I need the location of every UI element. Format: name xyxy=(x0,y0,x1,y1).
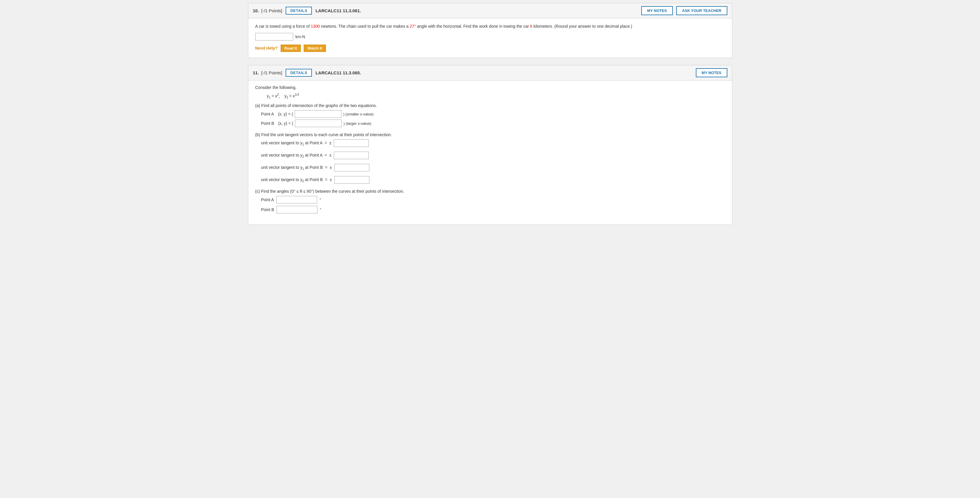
q11-details-button[interactable]: DETAILS xyxy=(286,69,312,77)
q11-tangent-y2-b-row: unit vector tangent to y2 at Point B = ± xyxy=(261,176,725,184)
q10-unit-label: km-N xyxy=(296,35,305,39)
q11-degree-b: ° xyxy=(320,207,321,212)
q11-part-c: (c) Find the angles (0° ≤ θ ≤ 90°) betwe… xyxy=(255,189,725,213)
q10-distance-value: 6 xyxy=(530,24,533,29)
q11-angle-point-a-label: Point A xyxy=(261,197,274,202)
q11-point-a-label: Point A xyxy=(261,112,274,116)
q10-points-label: [-/1 Points] xyxy=(261,8,282,13)
q11-point-b-row: Point B (x, y) = ( ) (larger x-value) xyxy=(261,119,725,127)
q10-problem-text: A car is towed using a force of 1300 new… xyxy=(255,23,725,30)
q11-angle-b-row: Point B ° xyxy=(261,206,725,213)
q11-math-y2: y2 = x1/3 xyxy=(285,94,299,98)
q11-angle-point-b-label: Point B xyxy=(261,207,274,212)
q10-number: 10. [-/1 Points] xyxy=(253,8,282,13)
q11-point-a-note: ) (smaller x-value) xyxy=(343,112,374,116)
q10-details-button[interactable]: DETAILS xyxy=(286,7,312,14)
question-10-block: 10. [-/1 Points] DETAILS LARCALC11 11.3.… xyxy=(248,3,732,58)
q11-tangent-y1-b-label: unit vector tangent to y1 at Point B = ± xyxy=(261,165,332,171)
q11-tangent-y1-a-label: unit vector tangent to y1 at Point A = ± xyxy=(261,141,332,146)
question-11-body: Consider the following. y1 = x2, y2 = x1… xyxy=(248,81,732,225)
q11-tangent-y1-b-input[interactable] xyxy=(334,164,369,171)
q11-point-b-label: Point B xyxy=(261,121,274,126)
q11-point-b-input[interactable] xyxy=(295,119,342,127)
q11-tangent-y2-a-label: unit vector tangent to y2 at Point A = ± xyxy=(261,153,332,158)
q10-read-it-button[interactable]: Read It xyxy=(281,44,301,52)
q11-point-a-input[interactable] xyxy=(295,110,341,118)
q11-part-b-label: (b) Find the unit tangent vectors to eac… xyxy=(255,132,725,137)
q10-text-1: A car is towed using a force of xyxy=(255,24,311,29)
question-10-header: 10. [-/1 Points] DETAILS LARCALC11 11.3.… xyxy=(248,3,732,18)
q11-angle-b-input[interactable] xyxy=(277,206,317,213)
q11-angle-a-row: Point A ° xyxy=(261,196,725,203)
q11-math-line: y1 = x2, y2 = x1/3 xyxy=(267,93,725,99)
q10-need-help: Need Help? Read It Watch It xyxy=(255,44,725,52)
q11-tangent-y2-b-input[interactable] xyxy=(334,176,369,184)
q10-angle-value: 27° xyxy=(410,24,416,29)
question-11-block: 11. [-/1 Points] DETAILS LARCALC11 11.3.… xyxy=(248,65,732,225)
question-10-body: A car is towed using a force of 1300 new… xyxy=(248,18,732,58)
page-wrapper: 10. [-/1 Points] DETAILS LARCALC11 11.3.… xyxy=(245,0,735,235)
q11-num-label: 11. xyxy=(253,70,259,75)
q10-num-label: 10. xyxy=(253,8,259,13)
q11-point-b-coords: (x, y) = ( xyxy=(276,121,293,126)
q11-tangent-y1-a-row: unit vector tangent to y1 at Point A = ± xyxy=(261,140,725,147)
q10-watch-it-button[interactable]: Watch It xyxy=(304,44,326,52)
q10-answer-input[interactable] xyxy=(255,33,293,41)
q10-my-notes-button[interactable]: MY NOTES xyxy=(641,6,673,15)
q11-angle-a-input[interactable] xyxy=(276,196,317,203)
q11-tangent-y2-a-row: unit vector tangent to y2 at Point A = ± xyxy=(261,152,725,159)
q11-my-notes-button[interactable]: MY NOTES xyxy=(696,68,727,77)
q10-force-value: 1300 xyxy=(311,24,320,29)
q11-part-a: (a) Find all points of intersection of t… xyxy=(255,103,725,127)
q11-question-id: LARCALC11 11.3.065. xyxy=(315,70,361,75)
q11-part-c-label: (c) Find the angles (0° ≤ θ ≤ 90°) betwe… xyxy=(255,189,725,193)
q11-tangent-y2-b-label: unit vector tangent to y2 at Point B = ± xyxy=(261,177,332,183)
q11-consider-text: Consider the following. xyxy=(255,85,725,90)
q11-point-a-row: Point A (x, y) = ( ) (smaller x-value) xyxy=(261,110,725,118)
q10-text-2: newtons. The chain used to pull the car … xyxy=(320,24,410,29)
q11-point-a-coords: (x, y) = ( xyxy=(276,112,293,116)
question-11-header: 11. [-/1 Points] DETAILS LARCALC11 11.3.… xyxy=(248,65,732,81)
q11-math-y1: y1 = x2 xyxy=(267,94,279,98)
q10-question-id: LARCALC11 11.3.061. xyxy=(315,8,361,13)
q10-text-4: kilometers. (Round your answer to one de… xyxy=(533,24,632,29)
q11-part-b: (b) Find the unit tangent vectors to eac… xyxy=(255,132,725,184)
q11-degree-a: ° xyxy=(320,197,321,202)
q10-need-help-label: Need Help? xyxy=(255,46,278,51)
q11-tangent-y2-a-input[interactable] xyxy=(334,152,369,159)
q11-points-label: [-/1 Points] xyxy=(261,70,282,75)
q11-number: 11. [-/1 Points] xyxy=(253,70,282,75)
q10-ask-teacher-button[interactable]: ASK YOUR TEACHER xyxy=(676,6,727,15)
q11-tangent-y1-a-input[interactable] xyxy=(334,140,369,147)
q11-point-b-note: ) (larger x-value) xyxy=(344,121,371,126)
q11-tangent-y1-b-row: unit vector tangent to y1 at Point B = ± xyxy=(261,164,725,171)
q11-part-a-label: (a) Find all points of intersection of t… xyxy=(255,103,725,108)
q10-text-3: angle with the horizontal. Find the work… xyxy=(416,24,530,29)
q10-answer-row: km-N xyxy=(255,33,725,41)
